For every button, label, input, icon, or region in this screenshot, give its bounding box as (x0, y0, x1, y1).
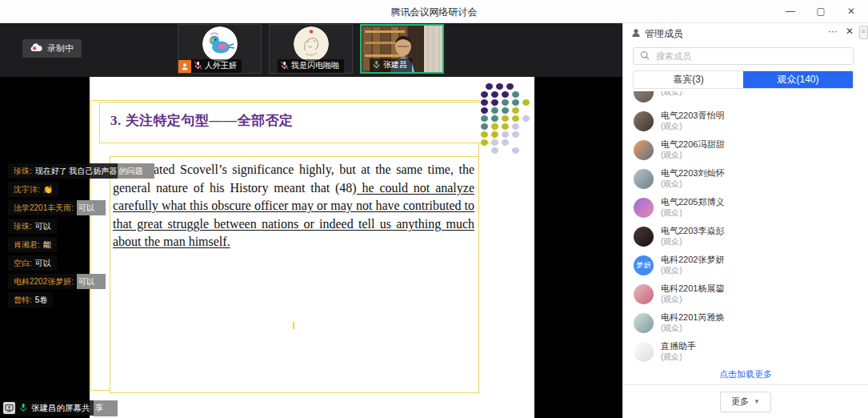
member-row[interactable]: 梦妍 电科2202张梦妍 (观众) (634, 251, 858, 279)
chat-text-highlighted: 可以 (77, 200, 106, 215)
dot (502, 91, 509, 98)
dot (491, 139, 498, 146)
pointer-mark (293, 322, 294, 329)
member-row[interactable]: 电气2203李焱彭 (观众) (634, 222, 858, 251)
dot (486, 83, 493, 90)
chat-text-highlighted: 的问题 (118, 163, 154, 179)
tab-guests[interactable]: 嘉宾(3) (634, 71, 743, 88)
dot (512, 91, 519, 98)
member-name: 电科2201芮雅焕 (661, 312, 724, 324)
dot (502, 115, 509, 122)
decorative-dots (481, 83, 533, 155)
dot (502, 139, 509, 146)
chat-message: 电科2202张梦妍:可以 (8, 274, 106, 289)
member-row[interactable]: 电气2206冯甜甜 (观众) (634, 135, 858, 164)
chat-text: 现在好了 我自己扬声器 (35, 167, 118, 175)
chat-message: 空白:可以 (8, 255, 57, 271)
dot (502, 107, 509, 114)
close-button[interactable]: ✕ (842, 6, 860, 17)
dot (522, 99, 530, 106)
member-avatar-text: 梦妍 (637, 262, 651, 269)
chevron-down-icon: ▼ (754, 398, 760, 405)
scrollbar-thumb[interactable]: ≡ (859, 26, 868, 39)
member-avatar (634, 313, 654, 333)
video-tile-2[interactable]: 我是闪电啪啪 (269, 24, 353, 74)
share-screen-icon[interactable] (3, 402, 15, 414)
dot (512, 123, 519, 130)
member-row[interactable]: (观众) (634, 91, 858, 107)
member-name: 电科2201杨展鋆 (661, 283, 724, 295)
video-tile-3[interactable]: 张建昌 (360, 24, 444, 74)
titlebar: 腾讯会议网络研讨会 — ▢ ✕ (0, 0, 868, 23)
member-row[interactable]: 电科2201芮雅焕 (观众) (634, 308, 858, 337)
member-row[interactable]: 电气2205郑博义 (观众) (634, 193, 858, 222)
tab-audience[interactable]: 观众(140) (743, 71, 853, 88)
member-role: (观众) (661, 122, 724, 132)
more-button[interactable]: 更多 ▼ (720, 392, 771, 412)
slide-title-box: 3. 关注特定句型——全部否定 (99, 102, 494, 143)
minimize-button[interactable]: — (782, 6, 799, 17)
slide-body-box: Oman rated Scovell’s significance highly… (110, 156, 479, 393)
close-panel-icon[interactable]: ✕ (846, 26, 854, 37)
member-avatar (634, 169, 654, 189)
member-role: (观众) (661, 208, 724, 219)
video-strip: 录制中 人外王妍 (0, 22, 622, 77)
member-role: (观众) (661, 352, 696, 363)
shared-slide: 3. 关注特定句型——全部否定 Oman rated Scovell’s sig… (90, 77, 534, 418)
member-row[interactable]: 电气2203胥怡明 (观众) (634, 107, 858, 135)
chat-sender-name: 肖湘君: (14, 240, 40, 249)
dot (481, 107, 488, 114)
video-tiles: 人外王妍 我是闪电啪啪 (178, 24, 444, 74)
recording-badge[interactable]: 录制中 (22, 39, 82, 58)
dot (502, 131, 509, 138)
dot (481, 91, 488, 98)
mic-muted-icon (194, 61, 202, 71)
member-row[interactable]: 电科2201杨展鋆 (观众) (634, 279, 858, 308)
load-more-link[interactable]: 点击加载更多 (623, 368, 868, 380)
search-icon (640, 49, 650, 63)
mic-on-icon (372, 60, 381, 70)
member-name: 电气2203李焱彭 (661, 226, 724, 237)
dot (491, 107, 498, 114)
member-role: (观众) (661, 151, 724, 161)
participant-name: 我是闪电啪啪 (291, 60, 339, 71)
video-tile-3-label: 张建昌 (370, 58, 412, 72)
member-search[interactable] (633, 47, 854, 65)
more-options-icon[interactable]: ··· (828, 26, 838, 37)
dot (506, 83, 514, 90)
chat-text: 可以 (35, 222, 51, 231)
recording-cloud-icon (30, 43, 42, 54)
dot (512, 99, 519, 106)
member-avatar (634, 140, 654, 160)
search-input[interactable] (654, 50, 846, 62)
member-icon (631, 28, 641, 40)
window-controls: — ▢ ✕ (782, 0, 860, 22)
dot (491, 147, 498, 154)
chat-text: 可以 (35, 259, 51, 267)
member-list: (观众) 电气2203胥怡明 (观众) 电气2206冯甜甜 (观众) 电气220… (634, 91, 858, 373)
share-toast-tail: 享 (94, 400, 118, 416)
maximize-button[interactable]: ▢ (812, 6, 830, 17)
video-tile-1[interactable]: 人外王妍 (178, 24, 262, 74)
dot (491, 115, 498, 122)
share-toast-text: 张建昌的屏幕共 (31, 403, 90, 414)
chat-message: 法学2201丰天雨:可以 (8, 200, 106, 215)
doodle-avatar (294, 26, 329, 62)
slide-title: 3. 关注特定句型——全部否定 (110, 111, 294, 130)
chat-overlay: 珍珠:现在好了 我自己扬声器的问题 沈宇洋:👏 法学2201丰天雨:可以 珍珠:… (0, 163, 154, 307)
chat-text: 👏 (43, 185, 53, 194)
screen-share-toast[interactable]: 张建昌的屏幕共享 (2, 400, 118, 416)
member-row[interactable]: 电气2203刘灿怀 (观众) (634, 164, 858, 193)
dot (481, 99, 488, 106)
recording-label: 录制中 (47, 42, 74, 54)
dot (496, 83, 503, 90)
panel-actions: ··· ✕ (828, 26, 854, 37)
dot (512, 147, 519, 154)
dot (481, 147, 488, 154)
audience-tabs: 嘉宾(3) 观众(140) (633, 70, 854, 89)
member-role: (观众) (661, 295, 724, 305)
dot (481, 115, 488, 122)
member-row[interactable]: 直播助手 (观众) (634, 337, 858, 366)
member-panel-header: 管理成员 ··· ✕ (623, 22, 868, 43)
chat-message: 肖湘君:能 (8, 237, 57, 252)
